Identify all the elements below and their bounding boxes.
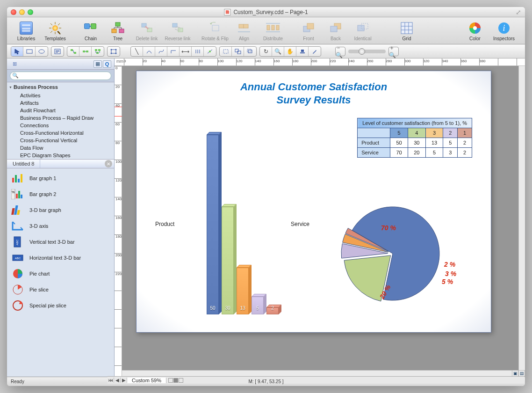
shape-item[interactable]: %Bar graph 2 bbox=[7, 186, 114, 202]
spline-tool[interactable] bbox=[155, 47, 167, 56]
stamp-tool[interactable] bbox=[296, 47, 309, 56]
rotateflip-button[interactable]: Rotate & Flip bbox=[201, 21, 230, 41]
connect1-tool[interactable] bbox=[67, 47, 79, 56]
horizontal-scrollbar[interactable] bbox=[122, 370, 518, 377]
tree-button[interactable]: Tree bbox=[105, 21, 130, 41]
zoom-fit-icon[interactable]: ▣ bbox=[512, 370, 518, 377]
shape-tab[interactable]: Untitled 8 bbox=[7, 160, 40, 168]
svg-rect-18 bbox=[212, 25, 219, 31]
select-tools-group bbox=[11, 46, 48, 57]
ortholine-tool[interactable] bbox=[167, 47, 180, 56]
shape-item[interactable]: Pie slice bbox=[7, 282, 114, 298]
tree-item[interactable]: Business Process – Rapid Draw bbox=[7, 114, 114, 122]
search-input[interactable] bbox=[10, 72, 111, 80]
close-window-button[interactable] bbox=[11, 9, 16, 15]
tab-close-icon[interactable]: ✕ bbox=[105, 160, 112, 167]
zoom-page-icon[interactable]: ▤ bbox=[518, 370, 525, 377]
shape-item[interactable]: 3-D bar graph bbox=[7, 202, 114, 218]
curve-tool[interactable] bbox=[143, 47, 155, 56]
dimline-tool[interactable]: ⟷ bbox=[180, 47, 192, 56]
front-button[interactable]: Front bbox=[296, 21, 321, 41]
shape-item[interactable]: ABCHorizontal text 3-D bar bbox=[7, 250, 114, 266]
templates-button[interactable]: Templates bbox=[41, 21, 70, 41]
tree-item[interactable]: Cross-Functional Horizontal bbox=[7, 129, 114, 137]
distribute-button[interactable]: Distribute bbox=[259, 21, 288, 41]
zoom-slider[interactable] bbox=[348, 50, 386, 53]
tree-item[interactable]: Connections bbox=[7, 122, 114, 129]
pie-pct-label: 5 % bbox=[442, 278, 453, 285]
deletelink-button[interactable]: Delete link bbox=[132, 21, 161, 41]
service-pie-chart: 70 %20 %5 %3 %2 % bbox=[337, 197, 458, 328]
hand-tool[interactable]: ✋ bbox=[284, 47, 296, 56]
view-grid-button[interactable]: ▦ bbox=[93, 60, 102, 68]
canvas-area: mm 0204060801001201401601802002202402602… bbox=[115, 58, 525, 377]
text-tool[interactable] bbox=[51, 47, 64, 56]
hierarchy-icon[interactable]: ⊞ bbox=[10, 61, 19, 67]
drawing-page[interactable]: Annual Customer Satisfaction Survey Resu… bbox=[136, 71, 491, 333]
shape-item[interactable]: ABCVertical text 3-D bar bbox=[7, 234, 114, 250]
libraries-button[interactable]: Libraries bbox=[14, 21, 39, 41]
refresh-tool[interactable]: ↻ bbox=[260, 47, 272, 56]
ruler-horizontal[interactable]: mm 0204060801001201401601802002202402602… bbox=[115, 58, 525, 66]
group2-tool[interactable] bbox=[232, 47, 244, 56]
tree-item[interactable]: EPC Diagram Shapes bbox=[7, 152, 114, 159]
shape-item[interactable]: Bar graph 1 bbox=[7, 170, 114, 186]
svg-rect-65 bbox=[247, 49, 251, 52]
document-icon bbox=[224, 9, 230, 15]
reverselink-button[interactable]: Reverse link bbox=[163, 21, 192, 41]
pointer-tool[interactable] bbox=[11, 47, 23, 56]
svg-line-5 bbox=[50, 23, 52, 25]
connect2-tool[interactable] bbox=[79, 47, 92, 56]
svg-marker-19 bbox=[210, 22, 212, 25]
grid-button[interactable]: Grid bbox=[394, 21, 419, 41]
tree-item[interactable]: Data Flow bbox=[7, 144, 114, 152]
inspectors-button[interactable]: i Inspectors bbox=[489, 21, 518, 41]
svg-rect-71 bbox=[21, 174, 22, 182]
group3-tool[interactable] bbox=[244, 47, 256, 56]
rect-tool[interactable] bbox=[23, 47, 36, 56]
shape-item[interactable]: Pie chart bbox=[7, 266, 114, 282]
svg-rect-76 bbox=[21, 195, 22, 198]
tree-item[interactable]: Activities bbox=[7, 92, 114, 99]
fullscreen-icon[interactable]: ⤢ bbox=[516, 8, 521, 16]
multiline-tool[interactable] bbox=[192, 47, 204, 56]
zoom-tool[interactable]: 🔍 bbox=[272, 47, 284, 56]
identical-button[interactable]: Identical bbox=[350, 21, 375, 41]
svg-rect-45 bbox=[71, 49, 73, 51]
tree-item[interactable]: Artifacts bbox=[7, 99, 114, 107]
eyedrop-tool[interactable] bbox=[309, 47, 321, 56]
svg-point-56 bbox=[115, 49, 117, 50]
tree-item[interactable]: Cross-Functional Vertical bbox=[7, 137, 114, 144]
edit-line-tool[interactable] bbox=[204, 47, 216, 56]
rating-col: 2 bbox=[443, 128, 458, 138]
svg-line-47 bbox=[73, 50, 74, 53]
vertical-scrollbar[interactable] bbox=[518, 66, 525, 377]
canvas-scroll[interactable]: Annual Customer Satisfaction Survey Resu… bbox=[122, 66, 525, 377]
color-button[interactable]: Color bbox=[462, 21, 488, 41]
connect3-tool[interactable] bbox=[92, 47, 104, 56]
ruler-vertical[interactable]: 020406080100120140160180200220 bbox=[115, 66, 122, 377]
shape-item[interactable]: Special pie slice bbox=[7, 298, 114, 313]
zoom-window-button[interactable] bbox=[28, 9, 33, 15]
titlebar[interactable]: Custom_Survey.cdd – Page-1 ⤢ bbox=[7, 7, 525, 17]
minimize-window-button[interactable] bbox=[19, 9, 25, 15]
align-button[interactable]: Align bbox=[231, 21, 257, 41]
tree-header[interactable]: Business Process bbox=[7, 82, 114, 92]
svg-rect-11 bbox=[119, 29, 124, 33]
snap-tool[interactable] bbox=[108, 47, 120, 56]
group1-tool[interactable] bbox=[220, 47, 232, 56]
tree-item[interactable]: Audit Flowchart bbox=[7, 107, 114, 114]
line-tool[interactable]: ╲ bbox=[131, 47, 143, 56]
svg-rect-23 bbox=[267, 25, 270, 30]
view-search-button[interactable]: Q bbox=[103, 60, 111, 68]
back-button[interactable]: Back bbox=[323, 21, 348, 41]
svg-rect-34 bbox=[401, 22, 412, 34]
svg-rect-24 bbox=[272, 25, 274, 30]
zoom-in-button[interactable]: ＋🔍 bbox=[388, 47, 399, 56]
ellipse-tool[interactable] bbox=[36, 47, 48, 56]
shape-item[interactable]: 3-D axis bbox=[7, 218, 114, 234]
svg-rect-63 bbox=[237, 51, 241, 54]
rating-col: 5 bbox=[390, 128, 408, 138]
chain-button[interactable]: Chain bbox=[78, 21, 103, 41]
zoom-out-button[interactable]: －🔍 bbox=[335, 47, 345, 56]
